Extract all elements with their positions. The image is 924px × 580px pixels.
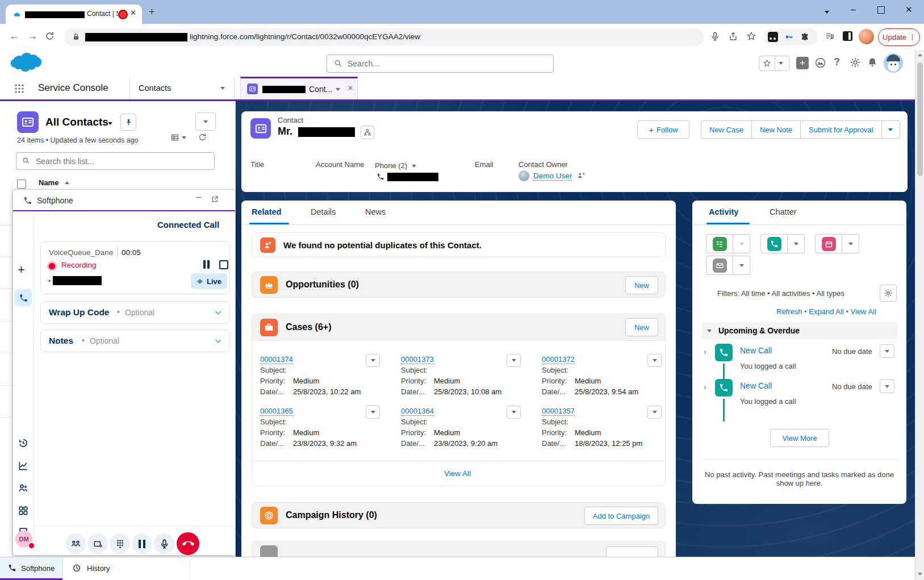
activity-item-actions[interactable] (880, 344, 894, 358)
record-tab-chevron-icon[interactable] (336, 88, 340, 91)
display-as-control[interactable] (170, 133, 186, 142)
pin-list-button[interactable] (120, 114, 136, 131)
new-event-button[interactable] (815, 234, 842, 253)
notes-collapsible[interactable]: Notes • Optional (40, 329, 230, 352)
expand-item-icon[interactable]: › (704, 382, 706, 391)
browser-profile-avatar[interactable] (859, 29, 874, 44)
window-close-icon[interactable]: ✕ (905, 5, 913, 15)
update-button[interactable]: Update ⋮ (878, 28, 920, 46)
share-icon[interactable] (728, 31, 738, 41)
call-history-icon[interactable] (18, 437, 29, 449)
extensions-puzzle-icon[interactable] (800, 31, 810, 42)
trailhead-help-icon[interactable] (814, 57, 826, 69)
cases-header[interactable]: Cases (6+) New (252, 314, 665, 341)
transfer-call-button[interactable] (65, 533, 86, 554)
dialpad-button[interactable] (110, 533, 130, 554)
stats-chart-icon[interactable] (18, 460, 29, 471)
case-number-link[interactable]: 00001374 (260, 355, 293, 364)
activity-item-title[interactable]: New Call (740, 346, 772, 355)
expand-all-link[interactable]: Expand All (809, 307, 843, 316)
wrapup-chevron-icon[interactable] (214, 308, 223, 317)
global-search[interactable] (327, 55, 554, 73)
notes-chevron-icon[interactable] (214, 336, 223, 345)
utility-history-tab[interactable]: History (63, 557, 189, 580)
list-view-title[interactable]: All Contacts (45, 116, 108, 128)
app-launcher-waffle-icon[interactable] (14, 83, 25, 94)
case-row-actions[interactable] (507, 354, 521, 367)
select-all-checkbox[interactable] (17, 180, 26, 189)
back-icon[interactable]: ← (9, 30, 19, 42)
password-key-icon[interactable] (784, 32, 794, 42)
new-note-button[interactable]: New Note (752, 120, 801, 139)
side-panel-icon[interactable] (843, 31, 852, 41)
scroll-down-arrow[interactable] (918, 573, 922, 575)
case-number-link[interactable]: 00001365 (260, 407, 293, 416)
active-call-rail-icon[interactable] (15, 289, 32, 306)
case-number-link[interactable]: 00001357 (542, 407, 575, 416)
list-actions-dropdown[interactable] (195, 112, 216, 131)
app-name[interactable]: Service Console (38, 82, 108, 94)
global-actions-icon[interactable]: + (796, 57, 809, 69)
extension-icon-1[interactable] (768, 32, 778, 42)
email-button[interactable] (706, 256, 733, 275)
list-search[interactable] (16, 152, 215, 170)
tab-close-icon[interactable]: ✕ (130, 9, 136, 17)
switch-device-button[interactable] (87, 533, 108, 554)
hold-call-button[interactable] (132, 533, 152, 554)
favorites-control[interactable] (759, 56, 789, 71)
tab-related[interactable]: Related (252, 207, 281, 216)
add-to-campaign-button[interactable]: Add to Campaign (584, 507, 658, 525)
activity-item-title[interactable]: New Call (740, 381, 772, 390)
more-actions-dropdown[interactable] (882, 120, 900, 139)
live-transcription-chip[interactable]: Live (191, 273, 227, 289)
event-dropdown[interactable] (842, 234, 859, 253)
opportunities-title[interactable]: Opportunities (0) (286, 279, 359, 290)
case-row-actions[interactable] (647, 354, 662, 367)
contacts-tab-chevron-icon[interactable] (220, 87, 225, 90)
case-row-actions[interactable] (507, 406, 521, 419)
expand-item-icon[interactable]: › (704, 347, 706, 356)
view-all-link[interactable]: View All (851, 307, 876, 316)
submit-approval-button[interactable]: Submit for Approval (801, 120, 881, 139)
task-dropdown[interactable] (733, 234, 750, 253)
case-number-link[interactable]: 00001372 (542, 355, 575, 364)
case-number-link[interactable]: 00001373 (401, 355, 434, 364)
cases-view-all-link[interactable]: View All (444, 469, 471, 478)
browser-tab[interactable]: Contact | Sal ✕ (6, 5, 142, 24)
cases-new-button[interactable]: New (625, 318, 658, 336)
address-bar[interactable]: lightning.force.com/lightning/r/Contact/… (64, 28, 704, 46)
refresh-list-icon[interactable] (198, 132, 207, 142)
tab-chatter[interactable]: Chatter (770, 207, 797, 216)
case-row-actions[interactable] (366, 406, 380, 419)
list-view-chevron-icon[interactable] (108, 122, 112, 125)
email-dropdown[interactable] (733, 256, 750, 275)
setup-gear-icon[interactable] (850, 57, 861, 68)
end-call-button[interactable] (177, 532, 199, 555)
activity-filter-button[interactable] (880, 285, 897, 302)
tab-news[interactable]: News (365, 207, 386, 216)
new-tab-button[interactable]: + (149, 6, 155, 18)
tab-contact-record[interactable]: Cont... ✕ (240, 77, 358, 99)
owner-link[interactable]: Demo User (533, 172, 572, 181)
mic-permission-icon[interactable] (710, 31, 720, 41)
reading-list-icon[interactable] (825, 31, 835, 41)
follow-button[interactable]: +Follow (637, 120, 689, 139)
stop-recording-icon[interactable] (219, 260, 228, 269)
tab-details[interactable]: Details (311, 207, 336, 216)
notifications-bell-icon[interactable] (867, 57, 878, 68)
opportunities-section[interactable]: Opportunities (0) New (252, 272, 666, 298)
upcoming-overdue-header[interactable]: Upcoming & Overdue (701, 322, 897, 339)
campaign-history-section[interactable]: Campaign History (0) Add to Campaign (252, 502, 666, 528)
reload-icon[interactable] (44, 31, 55, 41)
new-call-plus-icon[interactable]: + (18, 262, 25, 277)
tab-contacts-list[interactable]: Contacts (139, 84, 171, 93)
record-tab-close-icon[interactable]: ✕ (348, 84, 353, 92)
bookmark-star-icon[interactable] (746, 31, 756, 41)
wrapup-collapsible[interactable]: Wrap Up Code • Optional (40, 301, 230, 324)
refresh-link[interactable]: Refresh (776, 307, 802, 316)
tab-activity[interactable]: Activity (709, 207, 738, 216)
mute-mic-button[interactable] (154, 533, 174, 554)
contacts-icon[interactable] (18, 482, 29, 494)
user-avatar[interactable] (884, 53, 903, 73)
phone-dropdown-icon[interactable] (412, 165, 416, 168)
